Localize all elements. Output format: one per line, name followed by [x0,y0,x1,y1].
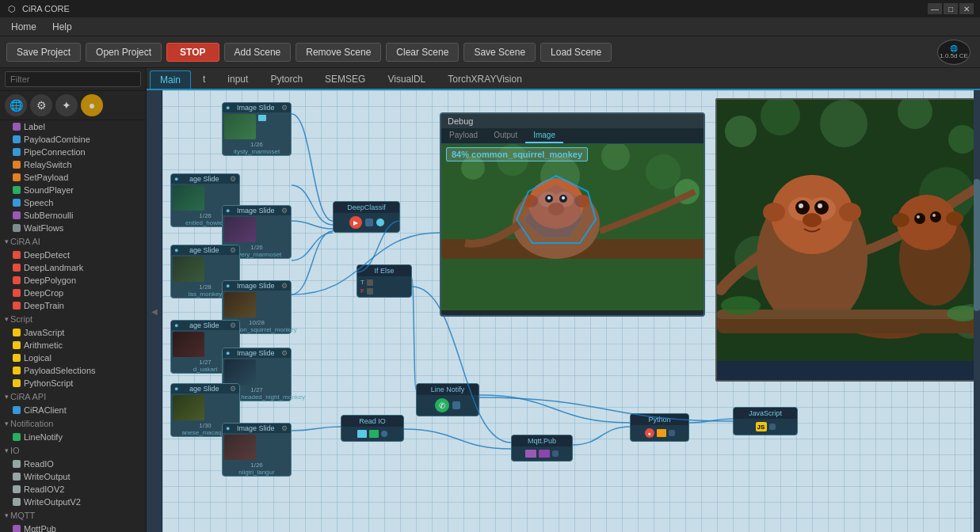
node-mqttpub[interactable]: Mqtt.Pub [511,435,573,462]
sidebar-item-deeppolygon[interactable]: DeepPolygon [0,274,146,287]
sidebar-item-ciraclient[interactable]: CiRAClient [0,404,146,416]
category-label: MQTT [10,511,35,520]
debug-tab-image[interactable]: Image [525,128,563,143]
sidebar-item-deeplandmark[interactable]: DeepLandmark [0,261,146,274]
clear-scene-button[interactable]: Clear Scene [386,43,459,62]
sidebar-icon-gear[interactable]: ⚙ [30,94,52,116]
sidebar-item-pythonscript[interactable]: PythonScript [0,377,146,390]
sidebar-icon-star[interactable]: ● [81,94,103,116]
menu-home[interactable]: Home [3,20,44,34]
node-imageslide-9[interactable]: ●Image Slide⚙ 1/26 niigiri_langur [222,423,292,477]
sidebar-item-pipeconnection[interactable]: PipeConnection [0,146,146,158]
menu-help[interactable]: Help [44,20,80,34]
save-project-button[interactable]: Save Project [6,43,81,62]
item-label: PipeConnection [24,147,86,157]
canvas[interactable]: ● Image Slide ⚙ 1/26 itysty_marmoset [162,90,980,532]
chevron-icon: ▾ [5,420,9,428]
sidebar-item-payloadselections[interactable]: PayloadSelections [0,364,146,377]
sidebar-item-soundplayer[interactable]: SoundPlayer [0,184,146,196]
item-label: Arithmetic [24,340,63,350]
sidebar-item-writeoutput[interactable]: WriteOutput [0,470,146,483]
node-header: ●Image Slide⚙ [223,424,291,433]
canvas-scrollbar-thumb[interactable] [974,179,980,311]
node-python-header: Python [631,414,688,425]
node-body [223,358,291,386]
sidebar-item-relayswitch[interactable]: RelaySwitch [0,158,146,171]
sidebar-category-script[interactable]: ▾Script [0,312,146,326]
node-ifelse[interactable]: If Else T F [357,264,412,298]
open-project-button[interactable]: Open Project [86,43,162,62]
item-label: CiRAClient [24,405,67,415]
item-label: WriteOutputV2 [24,497,81,507]
node-javascript-body: JS [734,419,797,435]
node-linenotify[interactable]: Line Notify ✆ [416,383,479,416]
sidebar-item-setpayload[interactable]: SetPayload [0,171,146,184]
sidebar-item-writeoutputv2[interactable]: WriteOutputV2 [0,496,146,508]
sidebar-item-readiov2[interactable]: ReadIOV2 [0,483,146,496]
tab-input[interactable]: input [217,70,258,89]
item-color-dot [13,276,21,284]
tab-t[interactable]: t [193,70,215,89]
tab-torchxrayvision[interactable]: TorchXRAYVision [437,70,532,89]
tab-semseg[interactable]: SEMSEG [315,70,376,89]
item-label: Speech [24,198,53,207]
debug-tab-payload[interactable]: Payload [441,128,486,143]
node-header: ● Image Slide ⚙ [223,103,291,112]
sidebar-item-payloadcombine[interactable]: PayloadCombine [0,133,146,146]
item-color-dot [13,148,21,156]
sidebar-item-subbernoulli[interactable]: SubBernoulli [0,209,146,222]
sidebar-item-waitflows[interactable]: WaitFlows [0,222,146,234]
sidebar-category-cira-api[interactable]: ▾CiRA API [0,390,146,404]
sidebar-item-linenotify[interactable]: LineNotify [0,431,146,443]
tab-visualdl[interactable]: VisualDL [377,70,436,89]
node-deepclassif-body: ▶ [334,213,399,232]
node-imageslide-1[interactable]: ● Image Slide ⚙ 1/26 itysty_marmoset [222,102,292,156]
sidebar-item-javascript[interactable]: JavaScript [0,326,146,339]
canvas-scrollbar[interactable] [974,90,980,532]
sidebar-item-mqttpub[interactable]: MqttPub [0,522,146,532]
sidebar-icon-link[interactable]: ✦ [55,94,78,116]
sidebar-item-arithmetic[interactable]: Arithmetic [0,339,146,352]
node-javascript-header: JavaScript [734,408,797,419]
load-scene-button[interactable]: Load Scene [540,43,612,62]
chevron-icon: ▾ [5,393,9,401]
item-label: Logical [24,353,51,363]
node-readio[interactable]: Read IO [341,415,404,442]
sidebar-category-mqtt[interactable]: ▾MQTT [0,508,146,522]
sidebar-item-readio[interactable]: ReadIO [0,458,146,470]
node-javascript[interactable]: JavaScript JS [733,407,798,435]
sidebar-category-notification[interactable]: ▾Notification [0,416,146,431]
node-deepclassif[interactable]: DeepClassif ▶ [333,201,400,233]
sidebar-item-label[interactable]: Label [0,120,146,133]
sidebar-item-deeptrain[interactable]: DeepTrain [0,299,146,312]
sidebar-item-logical[interactable]: Logical [0,352,146,364]
node-body [171,393,239,422]
svg-rect-53 [717,361,980,382]
item-color-dot [13,379,21,387]
debug-tab-output[interactable]: Output [486,128,525,143]
chevron-icon: ▾ [5,446,9,454]
debug-window[interactable]: Debug Payload Output Image [440,112,705,317]
sidebar-item-speech[interactable]: Speech [0,196,146,209]
sidebar-category-io[interactable]: ▾IO [0,443,146,458]
add-scene-button[interactable]: Add Scene [224,43,292,62]
item-color-dot [13,367,21,374]
node-header: ●Image Slide⚙ [223,206,291,215]
sidebar-icon-globe[interactable]: 🌐 [5,94,27,116]
tab-main[interactable]: Main [150,70,191,89]
save-scene-button[interactable]: Save Scene [463,43,536,62]
sidebar-toggle-button[interactable]: ◀ [147,90,162,532]
sidebar-category-cira-ai[interactable]: ▾CiRA AI [0,234,146,249]
sidebar-item-deepdetect[interactable]: DeepDetect [0,249,146,261]
svg-point-51 [892,213,909,227]
sidebar-item-deepcrop[interactable]: DeepCrop [0,287,146,299]
stop-button[interactable]: STOP [166,43,219,62]
minimize-button[interactable]: — [928,3,942,14]
node-python[interactable]: Python ● [630,413,689,442]
maximize-button[interactable]: □ [944,3,958,14]
remove-scene-button[interactable]: Remove Scene [296,43,381,62]
tab-pytorch[interactable]: Pytorch [260,70,313,89]
close-button[interactable]: ✕ [959,3,974,14]
sidebar: 🌐 ⚙ ✦ ● LabelPayloadCombinePipeConnectio… [0,68,147,532]
filter-input[interactable] [5,71,141,87]
